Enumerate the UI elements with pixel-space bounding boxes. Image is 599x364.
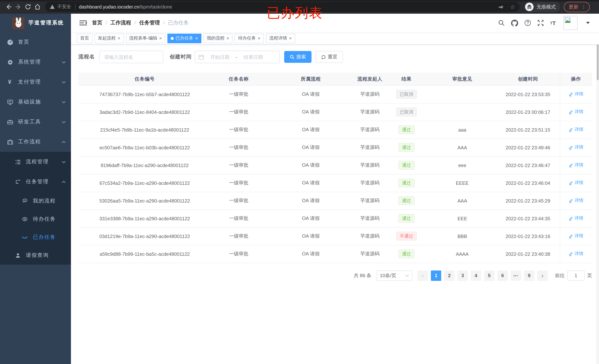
detail-button[interactable]: 详情	[569, 109, 583, 115]
task-id: 67c534a2-7b9a-11ec-a290-acde48001122	[78, 174, 211, 192]
edit-icon	[569, 216, 573, 221]
sidebar-item-task-mgmt[interactable]: 任务管理	[0, 172, 71, 192]
chevron-down-icon	[62, 160, 66, 163]
fullscreen-icon[interactable]	[537, 20, 544, 26]
prev-page-button[interactable]: ‹	[418, 270, 428, 281]
tab-label: 我的流程	[207, 35, 225, 41]
password-key-icon[interactable]	[498, 4, 504, 10]
detail-button[interactable]: 详情	[569, 215, 583, 222]
chevron-down-icon	[62, 81, 66, 83]
page-button-1[interactable]: 1	[431, 270, 441, 281]
sidebar-item-system[interactable]: 系统管理	[0, 52, 71, 72]
security-label: 不安全	[57, 4, 71, 10]
detail-label: 详情	[575, 109, 583, 115]
detail-button[interactable]: 详情	[569, 197, 583, 204]
detail-label: 详情	[575, 127, 583, 133]
browser-menu-icon[interactable]: ⋮	[581, 4, 586, 10]
tab-start-process[interactable]: 发起流程	[95, 34, 123, 43]
close-icon[interactable]	[258, 36, 261, 41]
app-logo[interactable]: 芋道管理系统	[0, 14, 71, 32]
detail-label: 详情	[575, 180, 583, 186]
sidebar-item-label: 任务管理	[26, 178, 49, 185]
help-icon[interactable]	[524, 20, 531, 26]
reset-button[interactable]: 重置	[316, 51, 343, 63]
start-date-input[interactable]	[206, 54, 234, 60]
detail-button[interactable]: 详情	[569, 144, 583, 151]
sidebar-collapse-icon[interactable]	[79, 19, 87, 27]
edit-icon	[569, 92, 573, 97]
goto-page-input[interactable]	[567, 270, 585, 281]
sidebar-item-payment[interactable]: ¥ 支付管理	[0, 72, 71, 92]
sidebar-item-done-tasks[interactable]: 已办任务	[0, 228, 71, 246]
table-row: 67c534a2-7b9a-11ec-a290-acde48001122 一级审…	[78, 174, 592, 192]
breadcrumb-task-mgmt[interactable]: 任务管理	[131, 20, 160, 26]
close-icon[interactable]	[227, 36, 229, 41]
create-time: 2022-01-22 23:43:16	[496, 227, 560, 245]
detail-button[interactable]: 详情	[569, 127, 583, 133]
end-date-input[interactable]	[240, 54, 267, 60]
next-page-button[interactable]: ›	[537, 270, 548, 281]
tab-home[interactable]: 首页	[77, 34, 92, 43]
chevron-down-icon	[62, 121, 66, 123]
breadcrumb-home[interactable]: 首页	[92, 20, 102, 26]
page-button-9[interactable]: 9	[524, 270, 534, 281]
task-name: 一级审批	[211, 121, 266, 139]
detail-button[interactable]: 详情	[569, 251, 583, 257]
page-button-5[interactable]: 5	[484, 270, 494, 281]
sidebar-item-workflow[interactable]: 工作流程	[0, 132, 71, 152]
detail-button[interactable]: 详情	[569, 233, 583, 239]
tab-form-edit[interactable]: 流程表单-编辑	[126, 34, 165, 43]
avatar[interactable]	[564, 16, 578, 30]
detail-button[interactable]: 详情	[569, 180, 583, 186]
sidebar-item-devtools[interactable]: 研发工具	[0, 112, 71, 132]
date-range-picker[interactable]: -	[195, 51, 280, 63]
update-button[interactable]: 更新 ⋮	[564, 2, 590, 12]
tab-my-process[interactable]: 我的流程	[204, 34, 233, 43]
detail-button[interactable]: 详情	[569, 91, 583, 97]
search-icon[interactable]	[498, 20, 505, 26]
forward-icon[interactable]	[13, 2, 23, 12]
close-icon[interactable]	[117, 36, 120, 41]
more-pages-button[interactable]: •••	[511, 270, 521, 281]
sidebar-item-process-mgmt[interactable]: 流程管理	[0, 152, 71, 172]
starter: 芋道源码	[355, 192, 385, 210]
sidebar-item-home[interactable]: 首页	[0, 32, 71, 52]
avatar-caret-icon[interactable]	[586, 22, 590, 24]
search-button[interactable]: 搜索	[284, 51, 311, 63]
detail-button[interactable]: 详情	[569, 162, 583, 168]
font-size-icon[interactable]: TT	[550, 20, 556, 26]
close-icon[interactable]	[289, 36, 292, 41]
toolbox-icon	[7, 119, 13, 125]
home-icon[interactable]	[33, 2, 42, 12]
reload-icon[interactable]	[23, 2, 33, 12]
github-icon[interactable]	[511, 19, 518, 27]
sidebar-item-todo-tasks[interactable]: 待办任务	[0, 210, 71, 228]
detail-label: 详情	[575, 197, 583, 204]
page-button-6[interactable]: 6	[497, 270, 508, 281]
incognito-label: 无痕模式	[537, 3, 556, 10]
page-scrollbar[interactable]	[596, 14, 599, 364]
tab-process-detail[interactable]: 流程详情	[266, 34, 295, 43]
opinion: EEEE	[428, 174, 496, 192]
sidebar-item-infra[interactable]: 基础设施	[0, 92, 71, 112]
active-dot	[171, 37, 174, 40]
close-icon[interactable]	[195, 36, 198, 41]
page-size-select[interactable]: 10条/页	[377, 270, 412, 281]
process-name-input[interactable]	[99, 51, 163, 63]
tab-done-tasks[interactable]: 已办任务	[167, 34, 201, 43]
pipeline-icon	[14, 179, 21, 185]
result-badge: 通过	[398, 249, 414, 258]
col-process: 所属流程	[266, 73, 355, 85]
back-icon[interactable]	[4, 2, 13, 12]
tab-todo-tasks[interactable]: 待办任务	[235, 34, 264, 43]
close-icon[interactable]	[159, 36, 162, 41]
sidebar-item-my-process[interactable]: 我的流程	[0, 192, 71, 210]
breadcrumb-workflow[interactable]: 工作流程	[102, 20, 131, 26]
page-button-2[interactable]: 2	[444, 270, 455, 281]
page-button-4[interactable]: 4	[471, 270, 481, 281]
gear-icon	[7, 59, 13, 65]
sidebar-item-leave-query[interactable]: 请假查询	[0, 246, 71, 265]
page-button-3[interactable]: 3	[458, 270, 468, 281]
col-opinion: 审批意见	[428, 73, 496, 85]
bookmark-star-icon[interactable]: ☆	[510, 4, 515, 10]
